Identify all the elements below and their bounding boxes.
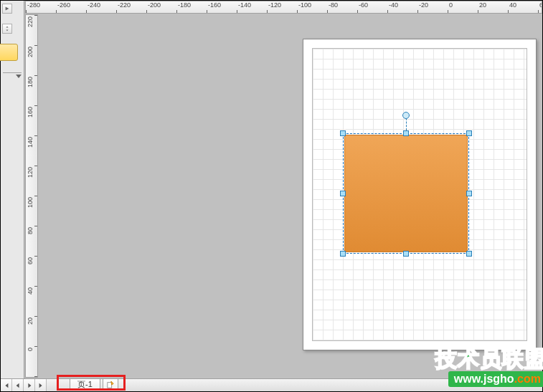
vertical-ruler[interactable]: 220 200 180 160 140 120 100 80 60 40 20 … (25, 14, 38, 378)
ruler-tick: 140 (26, 135, 38, 166)
rectangle-shape[interactable] (344, 135, 468, 252)
ruler-tick: -240 (86, 1, 116, 14)
new-page-icon (107, 381, 114, 388)
drawing-canvas[interactable] (39, 14, 542, 378)
ruler-tick: 160 (26, 105, 38, 135)
horizontal-ruler[interactable]: -280 -260 -240 -220 -200 -180 -160 -140 … (25, 1, 542, 14)
new-page-tab-button[interactable] (103, 379, 118, 391)
ruler-tick: -120 (267, 1, 297, 14)
ruler-tick: -140 (237, 1, 267, 14)
sidebar-pan-button[interactable] (2, 24, 12, 34)
resize-handle-mr[interactable] (466, 191, 472, 196)
ruler-tick: 120 (26, 166, 38, 196)
selected-shape[interactable] (343, 133, 469, 254)
resize-handle-br[interactable] (466, 251, 472, 257)
ruler-tick: -40 (387, 1, 417, 14)
ruler-tick: -60 (357, 1, 387, 14)
resize-handle-bm[interactable] (403, 251, 409, 257)
ruler-tick: -160 (207, 1, 237, 14)
sidebar-dropdown-icon[interactable] (3, 72, 22, 81)
rotation-handle[interactable] (402, 112, 410, 119)
ruler-tick: -180 (176, 1, 207, 14)
ruler-tick: -200 (146, 1, 176, 14)
shape-palette-chip[interactable] (0, 44, 18, 61)
ruler-tick: 80 (26, 226, 38, 256)
ruler-tick: 200 (26, 45, 38, 75)
ruler-tick: 180 (26, 75, 38, 105)
nav-first-button[interactable] (1, 379, 12, 391)
page-tab-label: 页-1 (77, 379, 93, 390)
resize-handle-tm[interactable] (403, 130, 409, 136)
app-frame: -280 -260 -240 -220 -200 -180 -160 -140 … (0, 0, 543, 392)
ruler-tick: 60 (26, 256, 38, 286)
resize-handle-tl[interactable] (340, 130, 346, 136)
ruler-tick: -220 (116, 1, 146, 14)
ruler-tick: -20 (417, 1, 448, 14)
ruler-tick: 220 (26, 15, 38, 45)
nav-prev-button[interactable] (12, 379, 24, 391)
sidebar-collapse-button[interactable] (2, 4, 12, 14)
ruler-tick: -20 (26, 376, 38, 378)
ruler-tick: -80 (327, 1, 357, 14)
ruler-tick: 100 (26, 196, 38, 226)
ruler-tick: 40 (508, 1, 538, 14)
bottom-tab-bar: 页-1 (1, 378, 542, 391)
resize-handle-tr[interactable] (466, 130, 472, 136)
nav-next-button[interactable] (24, 379, 35, 391)
ruler-tick: 20 (26, 316, 38, 346)
nav-last-button[interactable] (35, 379, 47, 391)
ruler-tick: 60 (538, 1, 542, 14)
ruler-tick: -100 (297, 1, 327, 14)
ruler-tick: 0 (448, 1, 478, 14)
ruler-tick: -260 (56, 1, 86, 14)
resize-handle-bl[interactable] (340, 251, 346, 257)
left-sidebar (1, 1, 24, 391)
resize-handle-ml[interactable] (340, 191, 346, 196)
svg-rect-0 (108, 382, 112, 388)
ruler-tick: 0 (26, 346, 38, 376)
page-tab-1[interactable]: 页-1 (70, 379, 100, 391)
ruler-tick: 40 (26, 286, 38, 316)
ruler-tick: 20 (478, 1, 508, 14)
ruler-tick: -280 (26, 1, 56, 14)
